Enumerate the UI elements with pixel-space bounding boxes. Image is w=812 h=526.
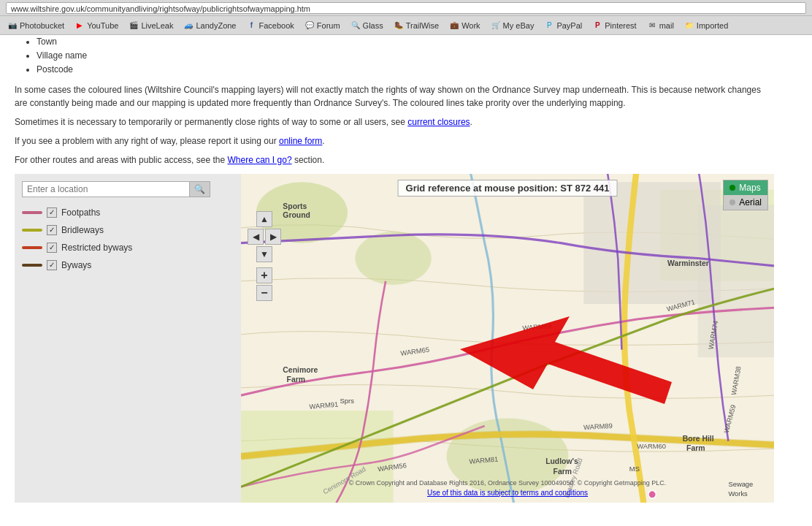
- list-item-village: Village name: [37, 49, 774, 63]
- location-search-container: 🔍: [22, 181, 234, 197]
- bookmark-imported[interactable]: 📁 Imported: [680, 19, 732, 32]
- bookmark-label: Imported: [697, 21, 728, 30]
- para3-text: If you see a problem with any right of w…: [15, 136, 277, 146]
- legend-restricted-byways: ✓ Restricted byways: [22, 243, 234, 253]
- svg-text:Bore Hill: Bore Hill: [683, 434, 714, 442]
- maps-dot: [729, 185, 735, 191]
- svg-text:Cenimore: Cenimore: [283, 365, 318, 373]
- mail-icon: ✉: [647, 20, 657, 31]
- map-copyright: © Crown Copyright and Database Rights 20…: [349, 479, 667, 487]
- url-bar[interactable]: www.wiltshire.gov.uk/communityandliving/…: [6, 2, 806, 14]
- bookmark-mail[interactable]: ✉ mail: [643, 19, 678, 32]
- footpaths-line: [22, 211, 42, 214]
- map-copyright-link[interactable]: Use of this data is subject to terms and…: [427, 489, 588, 497]
- bookmark-facebook[interactable]: f Facebook: [242, 19, 298, 32]
- bookmark-myebay[interactable]: 🛒 My eBay: [486, 19, 539, 32]
- bookmark-trailwise[interactable]: 🥾 TrailWise: [389, 19, 443, 32]
- para2-text: Sometimes it is necessary to temporarily…: [15, 117, 405, 127]
- svg-text:WARM60: WARM60: [637, 443, 666, 450]
- svg-text:Ground: Ground: [283, 211, 310, 219]
- info-para-3: If you see a problem with any right of w…: [15, 134, 774, 148]
- bookmark-label: PayPal: [556, 21, 582, 30]
- forum-icon: 💬: [304, 20, 315, 31]
- bookmark-label: My eBay: [503, 21, 535, 30]
- bookmark-pinterest[interactable]: P Pinterest: [588, 19, 640, 32]
- bookmark-label: YouTube: [87, 21, 118, 30]
- svg-text:Farm: Farm: [686, 444, 705, 452]
- bookmark-label: Pinterest: [605, 21, 636, 30]
- facebook-icon: f: [246, 20, 256, 31]
- bookmark-label: Facebook: [258, 21, 294, 30]
- address-parts-list: Town Village name Postcode: [37, 35, 774, 77]
- bookmark-youtube[interactable]: ▶ YouTube: [70, 19, 123, 32]
- paypal-icon: P: [544, 20, 554, 31]
- map-container[interactable]: Grid reference at mouse position: ST 872…: [241, 174, 774, 503]
- bookmark-label: Photobucket: [20, 21, 64, 30]
- zoom-in-button[interactable]: +: [256, 267, 272, 283]
- current-closures-link[interactable]: current closures: [407, 117, 470, 127]
- bookmarks-bar: 📷 Photobucket ▶ YouTube 🎬 LiveLeak 🚙 Lan…: [0, 16, 812, 35]
- ebay-icon: 🛒: [491, 20, 501, 31]
- bookmark-paypal[interactable]: P PayPal: [540, 19, 586, 32]
- bookmark-liveleak[interactable]: 🎬 LiveLeak: [124, 19, 177, 32]
- search-button[interactable]: 🔍: [190, 181, 210, 197]
- svg-text:Farm: Farm: [554, 467, 572, 475]
- os-map-svg: WARM91 WARM65 WARM69 WARM89 WARM60 WARM8…: [241, 174, 774, 503]
- maps-toggle-button[interactable]: Maps: [724, 180, 767, 195]
- bridleways-line: [22, 229, 42, 232]
- zoom-out-button[interactable]: −: [256, 285, 272, 301]
- svg-text:Works: Works: [728, 489, 748, 497]
- nav-right-button[interactable]: ▶: [265, 229, 281, 245]
- work-icon: 💼: [449, 20, 459, 31]
- para4-text: For other routes and areas with public a…: [15, 155, 225, 165]
- svg-text:Sports: Sports: [283, 202, 307, 210]
- bookmark-label: Forum: [317, 21, 340, 30]
- footpaths-label: Footpaths: [61, 207, 100, 218]
- location-input[interactable]: [22, 181, 190, 197]
- bridleways-checkbox[interactable]: ✓: [47, 225, 57, 235]
- bookmark-photobucket[interactable]: 📷 Photobucket: [3, 19, 69, 32]
- bookmark-forum[interactable]: 💬 Forum: [300, 19, 345, 32]
- svg-text:Sewage: Sewage: [728, 481, 753, 488]
- bookmark-label: mail: [659, 21, 674, 30]
- svg-text:WARM89: WARM89: [583, 422, 613, 431]
- aerial-toggle-button[interactable]: Aerial: [724, 195, 767, 210]
- footpaths-checkbox[interactable]: ✓: [47, 207, 57, 218]
- aerial-label: Aerial: [739, 197, 762, 207]
- map-sidebar: 🔍 ✓ Footpaths ✓ Bridleways ✓ Restricted …: [15, 174, 241, 503]
- svg-text:Farm: Farm: [287, 376, 305, 384]
- bookmark-label: LiveLeak: [141, 21, 173, 30]
- bookmark-label: Glass: [363, 21, 383, 30]
- imported-icon: 📁: [684, 20, 694, 31]
- aerial-dot: [729, 199, 735, 205]
- bookmark-landyzone[interactable]: 🚙 LandyZone: [179, 19, 240, 32]
- grid-reference-display: Grid reference at mouse position: ST 872…: [398, 180, 618, 197]
- pinterest-icon: P: [592, 20, 602, 31]
- legend-footpaths: ✓ Footpaths: [22, 207, 234, 218]
- byways-line: [22, 264, 42, 267]
- svg-text:Sprs: Sprs: [340, 397, 355, 404]
- nav-down-button[interactable]: ▼: [256, 246, 272, 262]
- online-form-link[interactable]: online form: [279, 136, 322, 146]
- liveleak-icon: 🎬: [129, 20, 139, 31]
- youtube-icon: ▶: [74, 20, 85, 31]
- restricted-byways-label: Restricted byways: [61, 243, 132, 253]
- legend-byways: ✓ Byways: [22, 260, 234, 270]
- bookmark-label: TrailWise: [406, 21, 439, 30]
- byways-checkbox[interactable]: ✓: [47, 260, 57, 270]
- svg-text:MS: MS: [629, 465, 640, 473]
- svg-text:Warminster: Warminster: [667, 259, 709, 267]
- para4-end: section.: [294, 155, 324, 165]
- glass-icon: 🔍: [351, 20, 361, 31]
- bookmark-glass[interactable]: 🔍 Glass: [346, 19, 388, 32]
- photobucket-icon: 📷: [7, 20, 18, 31]
- where-can-i-go-link[interactable]: Where can I go?: [228, 155, 292, 165]
- info-para-2: Sometimes it is necessary to temporarily…: [15, 115, 774, 129]
- nav-left-button[interactable]: ◀: [248, 229, 264, 245]
- nav-up-button[interactable]: ▲: [256, 211, 272, 227]
- restricted-byways-checkbox[interactable]: ✓: [47, 243, 57, 253]
- svg-text:Ludlow's: Ludlow's: [545, 457, 578, 465]
- svg-point-33: [648, 490, 656, 498]
- bridleways-label: Bridleways: [61, 225, 104, 235]
- bookmark-work[interactable]: 💼 Work: [445, 19, 484, 32]
